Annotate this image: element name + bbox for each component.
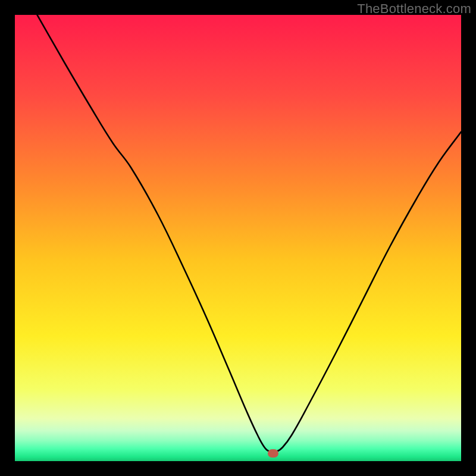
plot-area: [15, 15, 461, 461]
heat-gradient: [15, 15, 461, 461]
chart-frame: TheBottleneck.com: [0, 0, 476, 476]
optimal-point-marker: [268, 449, 278, 458]
svg-rect-0: [15, 15, 461, 461]
